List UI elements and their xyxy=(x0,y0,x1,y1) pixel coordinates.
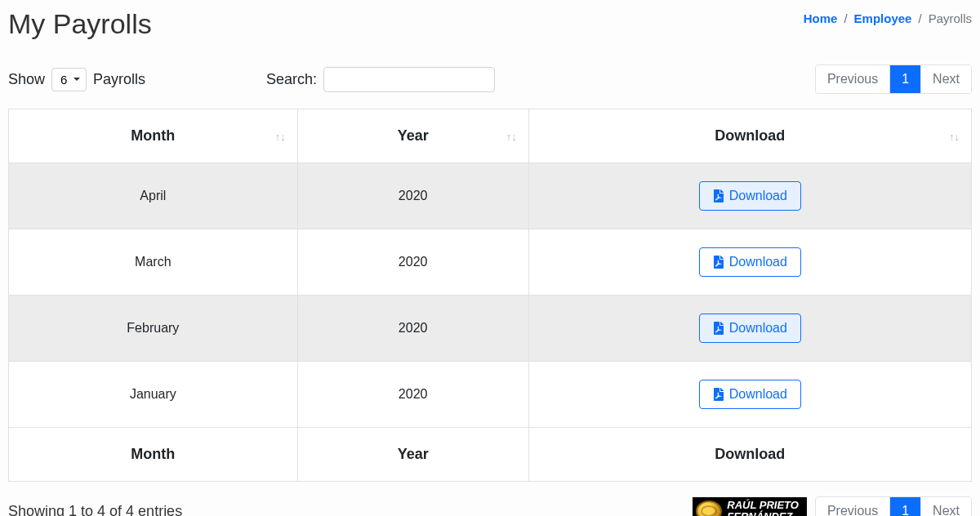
download-button[interactable]: Download xyxy=(699,181,801,211)
breadcrumb: Home / Employee / Payrolls xyxy=(804,8,972,25)
sort-icon: ↑↓ xyxy=(506,130,517,142)
pagination-bottom: Previous 1 Next xyxy=(815,496,972,516)
column-header-month[interactable]: Month ↑↓ xyxy=(9,109,298,163)
cell-download: Download xyxy=(528,163,971,229)
file-pdf-icon xyxy=(713,256,724,269)
column-footer-year: Year xyxy=(297,428,528,482)
cell-month: February xyxy=(9,296,298,362)
table-row: January2020Download xyxy=(9,362,972,428)
cell-month: March xyxy=(9,229,298,296)
pagination-next-button[interactable]: Next xyxy=(921,497,971,516)
cell-download: Download xyxy=(528,229,971,296)
table-row: March2020Download xyxy=(9,229,972,296)
column-header-year[interactable]: Year ↑↓ xyxy=(297,109,528,163)
pagination-next-button[interactable]: Next xyxy=(921,65,971,93)
search-label: Search: xyxy=(266,71,317,88)
file-pdf-icon xyxy=(713,388,724,401)
sort-icon: ↑↓ xyxy=(949,130,960,142)
page-title: My Payrolls xyxy=(8,8,152,40)
column-footer-download: Download xyxy=(528,428,971,482)
pagination-top: Previous 1 Next xyxy=(815,64,972,94)
coin-icon xyxy=(696,500,722,516)
cell-month: January xyxy=(9,362,298,428)
brand-text: RAÚL PRIETOFERNÁNDEZ xyxy=(727,500,799,516)
sort-icon: ↑↓ xyxy=(275,130,286,142)
payrolls-table: Month ↑↓ Year ↑↓ Download ↑↓ April2020Do… xyxy=(8,109,972,482)
pagination-prev-button[interactable]: Previous xyxy=(816,65,890,93)
file-pdf-icon xyxy=(713,322,724,335)
show-label-suffix: Payrolls xyxy=(93,71,145,88)
show-label-prefix: Show xyxy=(8,71,45,88)
pagination-prev-button[interactable]: Previous xyxy=(816,497,890,516)
pagination-page-1-button[interactable]: 1 xyxy=(890,65,921,93)
page-size-select[interactable]: 6 xyxy=(51,68,87,91)
entries-info: Showing 1 to 4 of 4 entries xyxy=(8,503,182,517)
table-row: February2020Download xyxy=(9,296,972,362)
breadcrumb-sep: / xyxy=(918,11,921,25)
column-header-download[interactable]: Download ↑↓ xyxy=(528,109,971,163)
table-row: April2020Download xyxy=(9,163,972,229)
cell-year: 2020 xyxy=(297,296,528,362)
show-entries-group: Show 6 Payrolls xyxy=(8,68,145,91)
download-button[interactable]: Download xyxy=(699,314,801,343)
cell-year: 2020 xyxy=(297,163,528,229)
cell-download: Download xyxy=(528,362,971,428)
cell-year: 2020 xyxy=(297,362,528,428)
download-button[interactable]: Download xyxy=(699,247,801,277)
pagination-page-1-button[interactable]: 1 xyxy=(890,497,921,516)
search-input[interactable] xyxy=(323,67,495,92)
file-pdf-icon xyxy=(713,189,724,202)
brand-badge: RAÚL PRIETOFERNÁNDEZ xyxy=(693,497,807,516)
download-button[interactable]: Download xyxy=(699,380,801,409)
search-group: Search: xyxy=(266,67,495,92)
breadcrumb-sep: / xyxy=(844,11,847,25)
cell-month: April xyxy=(9,163,298,229)
cell-year: 2020 xyxy=(297,229,528,296)
column-footer-month: Month xyxy=(9,428,298,482)
breadcrumb-home-link[interactable]: Home xyxy=(804,11,838,25)
breadcrumb-employee-link[interactable]: Employee xyxy=(854,11,912,25)
breadcrumb-current: Payrolls xyxy=(929,11,972,25)
cell-download: Download xyxy=(528,296,971,362)
